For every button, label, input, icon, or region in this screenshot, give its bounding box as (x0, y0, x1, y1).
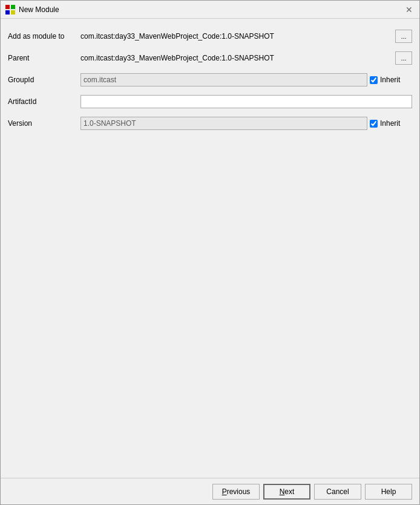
bottom-bar: Previous Next Cancel Help (1, 478, 419, 504)
add-as-module-browse-button[interactable]: ... (395, 30, 412, 43)
group-id-inherit-checkbox[interactable] (370, 76, 378, 84)
version-label: Version (8, 119, 80, 128)
add-as-module-value: com.itcast:day33_MavenWebProject_Code:1.… (80, 32, 393, 41)
help-button[interactable]: Help (365, 484, 412, 500)
form-content: Add as module to com.itcast:day33_MavenW… (1, 19, 419, 478)
title-bar: New Module ✕ (1, 1, 419, 19)
cancel-button[interactable]: Cancel (314, 484, 361, 500)
group-id-input[interactable] (80, 73, 367, 86)
module-icon (5, 5, 15, 15)
version-row: Version Inherit (8, 116, 412, 131)
title-bar-left: New Module (5, 5, 59, 15)
version-inherit-wrapper: Inherit (370, 119, 412, 128)
add-as-module-label: Add as module to (8, 32, 80, 41)
next-button[interactable]: Next (263, 484, 310, 500)
svg-rect-2 (5, 10, 10, 15)
artifact-id-input[interactable] (80, 95, 412, 108)
artifact-id-label: ArtifactId (8, 97, 80, 106)
new-module-dialog: New Module ✕ Add as module to com.itcast… (0, 0, 420, 505)
group-id-inherit-wrapper: Inherit (370, 76, 412, 84)
version-inherit-checkbox[interactable] (370, 120, 378, 128)
add-as-module-row: Add as module to com.itcast:day33_MavenW… (8, 28, 412, 44)
version-input[interactable] (80, 117, 367, 130)
close-button[interactable]: ✕ (404, 4, 415, 15)
svg-rect-3 (11, 10, 15, 15)
previous-label: Previous (222, 487, 251, 496)
parent-label: Parent (8, 54, 80, 62)
svg-rect-1 (11, 5, 15, 9)
group-id-label: GroupId (8, 76, 80, 84)
artifact-id-row: ArtifactId (8, 94, 412, 109)
parent-value: com.itcast:day33_MavenWebProject_Code:1.… (80, 54, 393, 62)
parent-row: Parent com.itcast:day33_MavenWebProject_… (8, 50, 412, 66)
svg-rect-0 (5, 5, 10, 9)
parent-browse-button[interactable]: ... (395, 51, 412, 65)
group-id-inherit-label: Inherit (380, 76, 400, 84)
dialog-title: New Module (19, 5, 59, 14)
group-id-row: GroupId Inherit (8, 72, 412, 88)
previous-button[interactable]: Previous (212, 484, 260, 500)
next-label: Next (280, 487, 295, 496)
version-inherit-label: Inherit (380, 119, 400, 128)
